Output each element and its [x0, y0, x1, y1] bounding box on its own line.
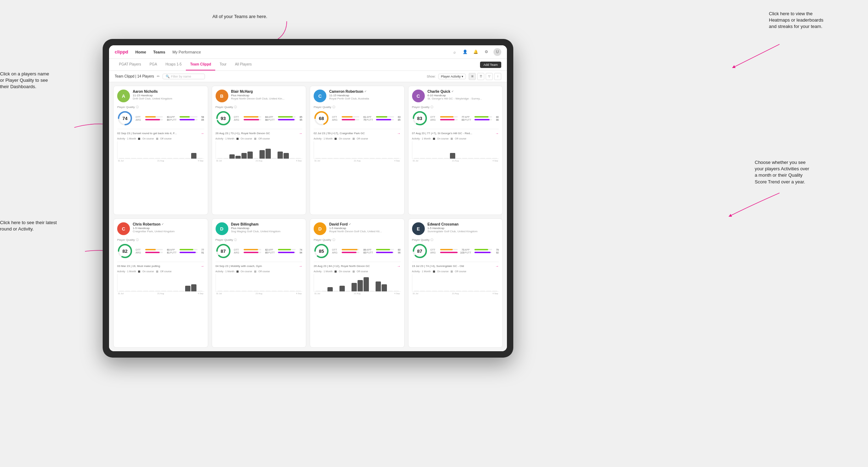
- latest-round[interactable]: 03 Mar 23 | 19, Must make putting →: [117, 262, 204, 268]
- show-select[interactable]: Player Activity ▾: [438, 74, 466, 79]
- tab-pgat[interactable]: PGAT Players: [115, 59, 145, 70]
- tab-tour[interactable]: Tour: [215, 59, 230, 70]
- quality-circle[interactable]: 85: [314, 243, 329, 259]
- nav-item-home[interactable]: Home: [135, 50, 146, 54]
- player-name[interactable]: Edward Crossman: [428, 222, 499, 226]
- player-card[interactable]: C Charlie Quick ✓ 6-10 Handicap St. Geor…: [408, 86, 503, 215]
- chart-bar: [173, 158, 178, 159]
- latest-round[interactable]: 26 Aug 23 | 84 (+12), Royal North Devon …: [314, 262, 401, 268]
- list-view-button[interactable]: ☰: [477, 73, 484, 80]
- chart-bar: [388, 291, 393, 291]
- settings-icon[interactable]: ⚙: [483, 49, 490, 56]
- activity-label: Activity · 1 Month On course Off course: [412, 270, 499, 273]
- quality-circle[interactable]: 83: [412, 110, 428, 126]
- search-icon[interactable]: ⌕: [451, 49, 458, 56]
- player-card[interactable]: C Cameron Robertson ✓ 11-15 Handicap Roy…: [310, 86, 405, 215]
- latest-round[interactable]: 26 Aug 23 | 73 (+1), Royal North Devon G…: [216, 129, 303, 135]
- tab-pga[interactable]: PGA: [145, 59, 161, 70]
- latest-round[interactable]: 02 Jul 23 | 59 (+17), Craigmillar Park G…: [314, 129, 401, 135]
- player-card[interactable]: B Blair McHarg Plus Handicap Royal North…: [212, 86, 307, 215]
- quality-circle[interactable]: 87: [216, 243, 231, 259]
- player-name[interactable]: Charlie Quick ✓: [428, 90, 499, 93]
- player-card[interactable]: C Chris Robertson ✓ 1-5 Handicap Craigmi…: [113, 218, 208, 348]
- chart-bar: [155, 291, 160, 291]
- chart-bar: [290, 158, 295, 159]
- tab-hcaps[interactable]: Hcaps 1-5: [161, 59, 186, 70]
- player-name[interactable]: Dave Billingham: [231, 222, 303, 226]
- player-avatar: B: [216, 90, 228, 102]
- quality-number: 82: [122, 249, 127, 254]
- quality-circle[interactable]: 82: [117, 243, 133, 259]
- latest-round[interactable]: 07 Aug 23 | 77 (+7), St George's Hill GC…: [412, 129, 499, 135]
- player-header: C Cameron Robertson ✓ 11-15 Handicap Roy…: [314, 90, 401, 102]
- chart-bar: [143, 158, 148, 159]
- player-name[interactable]: Chris Robertson ✓: [133, 222, 204, 226]
- chart-labels: 31 Jul 21 Aug 4 Sep: [314, 160, 401, 162]
- on-course-label: On course: [437, 270, 449, 273]
- filter-button[interactable]: ▽: [486, 73, 493, 80]
- off-course-label: Off course: [357, 270, 368, 273]
- chart-bar: [253, 291, 259, 291]
- latest-round[interactable]: 19 Jul 23 | 74 (+4), Sunningdale GC - Ol…: [412, 262, 499, 268]
- player-header: C Charlie Quick ✓ 6-10 Handicap St. Geor…: [412, 90, 499, 102]
- on-course-dot: [236, 270, 239, 273]
- stats-grid: OTT 61 APP 63 ARG 75: [332, 116, 401, 121]
- player-info: Edward Crossman 1-5 Handicap Sunningdale…: [428, 222, 499, 233]
- latest-round-arrow: →: [397, 264, 401, 268]
- activity-chart: [412, 141, 499, 159]
- latest-round-arrow: →: [495, 264, 499, 268]
- chart-labels: 31 Jul 21 Aug 4 Sep: [216, 160, 303, 162]
- quality-circle[interactable]: 74: [117, 110, 133, 126]
- player-name[interactable]: Aaron Nicholls: [133, 90, 204, 93]
- player-card[interactable]: E Edward Crossman 1-5 Handicap Sunningda…: [408, 218, 503, 348]
- on-course-dot: [138, 138, 140, 140]
- latest-round[interactable]: 04 Sep 23 | Mobility with coach, Gym →: [216, 262, 303, 268]
- avatar[interactable]: U: [493, 48, 501, 56]
- nav-item-performance[interactable]: My Performance: [172, 50, 201, 54]
- tab-team-clippd[interactable]: Team Clippd: [186, 59, 215, 70]
- chart-bar: [364, 277, 369, 291]
- quality-circle[interactable]: 87: [412, 243, 428, 259]
- quality-circle[interactable]: 93: [216, 110, 231, 126]
- activity-chart: [314, 274, 401, 292]
- player-card[interactable]: A Aaron Nicholls 11-15 Handicap Drift Go…: [113, 86, 208, 215]
- search-box[interactable]: 🔍 Filter by name: [162, 74, 205, 79]
- quality-label: Player Quality ⓘ: [216, 105, 303, 109]
- activity-chart: [117, 274, 204, 292]
- player-handicap: 11-15 Handicap: [329, 94, 401, 97]
- chart-bar: [185, 158, 190, 159]
- quality-circle[interactable]: 68: [314, 110, 329, 126]
- nav-item-teams[interactable]: Teams: [153, 50, 165, 54]
- grid-view-button[interactable]: ⊞: [469, 73, 476, 80]
- player-club: Royal North Devon Golf Club, United Kil.…: [329, 230, 401, 233]
- latest-round[interactable]: 02 Sep 23 | Sunset round to get back int…: [117, 129, 204, 135]
- player-header: E Edward Crossman 1-5 Handicap Sunningda…: [412, 222, 499, 235]
- player-name[interactable]: Cameron Robertson ✓: [329, 90, 401, 93]
- activity-chart: [117, 141, 204, 159]
- activity-section: Activity · 1 Month On course Off course …: [314, 137, 401, 162]
- player-card[interactable]: D Dave Billingham Plus Handicap Sog Magi…: [212, 218, 307, 348]
- notifications-icon[interactable]: 🔔: [472, 49, 479, 56]
- quality-label: Player Quality ⓘ: [314, 105, 401, 109]
- player-name[interactable]: David Ford ✓: [329, 222, 401, 226]
- chart-bar: [284, 291, 289, 291]
- verified-icon: ✓: [364, 90, 367, 93]
- sort-button[interactable]: ↕: [494, 73, 501, 80]
- teams-annotation-text: All of your Teams are here.: [212, 14, 267, 19]
- activity-label: Activity · 1 Month On course Off course: [216, 270, 303, 273]
- chart-bar: [376, 158, 381, 159]
- player-name[interactable]: Blair McHarg: [231, 90, 303, 93]
- stat-row-app: APP 74: [268, 249, 302, 251]
- chart-bar: [131, 291, 136, 291]
- player-header: C Chris Robertson ✓ 1-5 Handicap Craigmi…: [117, 222, 204, 235]
- chart-bar: [352, 158, 357, 159]
- player-card[interactable]: D David Ford ✓ 1-5 Handicap Royal North …: [310, 218, 405, 348]
- stat-row-arg: ARG 103: [430, 251, 464, 254]
- player-info: Cameron Robertson ✓ 11-15 Handicap Royal…: [329, 90, 401, 100]
- chart-bar: [333, 291, 339, 291]
- edit-icon[interactable]: ✏: [157, 74, 160, 78]
- player-info: Charlie Quick ✓ 6-10 Handicap St. George…: [428, 90, 499, 100]
- profile-icon[interactable]: 👤: [462, 49, 469, 56]
- tab-all-players[interactable]: All Players: [231, 59, 256, 70]
- add-team-button[interactable]: Add Team: [480, 62, 501, 68]
